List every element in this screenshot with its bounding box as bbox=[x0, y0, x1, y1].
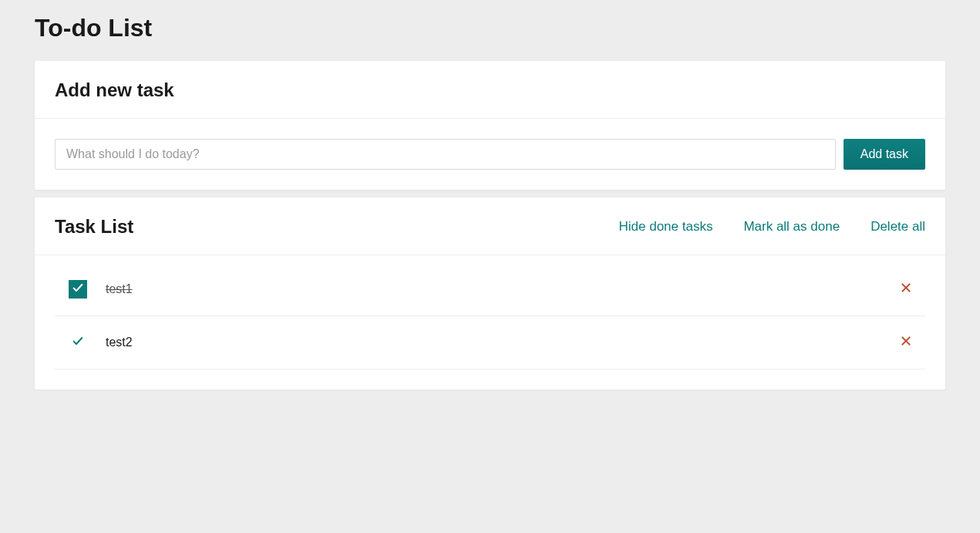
close-icon bbox=[900, 335, 912, 350]
task-list-actions: Hide done tasks Mark all as done Delete … bbox=[618, 219, 925, 234]
delete-task-button[interactable] bbox=[897, 281, 914, 298]
add-task-button[interactable]: Add task bbox=[844, 139, 925, 170]
add-task-card: Add new task Add task bbox=[35, 61, 945, 190]
mark-all-done-button[interactable]: Mark all as done bbox=[743, 219, 840, 234]
check-icon bbox=[72, 282, 84, 297]
page-title: To-do List bbox=[35, 0, 945, 61]
task-label: test2 bbox=[106, 336, 897, 349]
task-row: test1 bbox=[55, 263, 925, 316]
task-list-heading: Task List bbox=[55, 216, 133, 238]
task-list-body: test1 test2 bbox=[35, 255, 945, 390]
task-list-header: Task List Hide done tasks Mark all as do… bbox=[35, 197, 945, 255]
task-list-card: Task List Hide done tasks Mark all as do… bbox=[35, 197, 945, 390]
add-task-body: Add task bbox=[35, 119, 945, 190]
close-icon bbox=[900, 282, 912, 297]
hide-done-button[interactable]: Hide done tasks bbox=[618, 219, 712, 234]
delete-task-button[interactable] bbox=[897, 334, 914, 351]
task-row: test2 bbox=[55, 316, 925, 369]
check-icon bbox=[72, 335, 84, 350]
delete-all-button[interactable]: Delete all bbox=[871, 219, 925, 234]
new-task-input[interactable] bbox=[55, 139, 836, 170]
task-checkbox[interactable] bbox=[69, 333, 87, 352]
add-task-heading: Add new task bbox=[55, 79, 174, 101]
task-checkbox[interactable] bbox=[69, 280, 87, 299]
task-label: test1 bbox=[106, 282, 897, 296]
add-task-header: Add new task bbox=[35, 61, 945, 119]
